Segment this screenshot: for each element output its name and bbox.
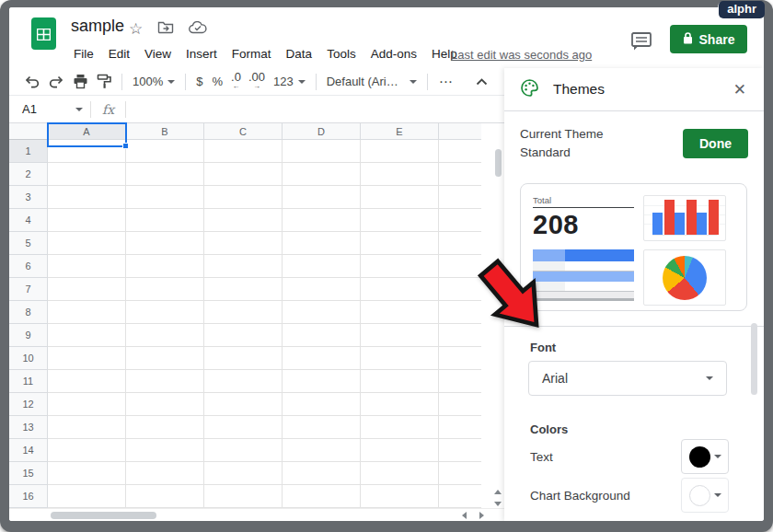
cell[interactable] (204, 140, 283, 163)
cell[interactable] (48, 439, 126, 462)
text-color-dropdown[interactable] (681, 439, 729, 474)
cell[interactable] (204, 232, 283, 255)
redo-icon[interactable] (44, 71, 68, 93)
column-header-a[interactable]: A (48, 123, 126, 140)
row-header-8[interactable]: 8 (9, 301, 48, 324)
row-header-11[interactable]: 11 (9, 370, 48, 393)
row-header-12[interactable]: 12 (9, 393, 48, 416)
vertical-scrollbar[interactable] (495, 149, 502, 177)
scroll-down-icon[interactable] (494, 502, 502, 506)
cell[interactable] (361, 370, 439, 393)
cell[interactable] (439, 347, 481, 370)
column-header-b[interactable]: B (126, 123, 204, 140)
cell[interactable] (126, 393, 204, 416)
font-family-select[interactable]: Default (Ari… (322, 75, 421, 88)
cell[interactable] (439, 393, 481, 416)
cloud-saved-icon[interactable] (189, 21, 207, 38)
more-toolbar-options-icon[interactable]: ⋯ (433, 74, 459, 90)
percent-format-button[interactable]: % (207, 75, 227, 88)
star-icon[interactable]: ☆ (129, 21, 143, 37)
cell[interactable] (126, 301, 204, 324)
cell[interactable] (204, 301, 283, 324)
cell[interactable] (283, 324, 361, 347)
cell[interactable] (439, 370, 481, 393)
cell[interactable] (126, 370, 204, 393)
cell[interactable] (283, 209, 361, 232)
collapse-toolbar-icon[interactable] (469, 71, 493, 93)
cell[interactable] (283, 278, 361, 301)
cell[interactable] (439, 485, 481, 508)
zoom-select[interactable]: 100% (128, 75, 179, 88)
cell[interactable] (439, 209, 481, 232)
cell[interactable] (283, 140, 361, 163)
cell[interactable] (204, 462, 283, 485)
close-icon[interactable]: ✕ (730, 78, 750, 101)
cell[interactable] (361, 485, 439, 508)
cell[interactable] (126, 209, 204, 232)
cell[interactable] (48, 324, 126, 347)
menu-view[interactable]: View (137, 44, 179, 64)
print-icon[interactable] (68, 71, 92, 93)
cell[interactable] (48, 209, 126, 232)
cell[interactable] (48, 232, 126, 255)
cell[interactable] (48, 370, 126, 393)
cell[interactable] (126, 232, 204, 255)
increase-decimal-button[interactable]: .00 → (245, 73, 269, 91)
done-button[interactable]: Done (683, 129, 748, 158)
cell[interactable] (204, 324, 283, 347)
horizontal-scrollbar[interactable] (51, 512, 156, 519)
cell[interactable] (48, 140, 126, 163)
move-to-folder-icon[interactable] (157, 20, 174, 38)
cell[interactable] (48, 416, 126, 439)
cell[interactable] (361, 278, 439, 301)
row-header-9[interactable]: 9 (9, 324, 48, 347)
row-header-13[interactable]: 13 (9, 416, 48, 439)
row-header-16[interactable]: 16 (9, 485, 48, 508)
cell[interactable] (48, 347, 126, 370)
menu-tools[interactable]: Tools (319, 44, 363, 64)
cell[interactable] (48, 462, 126, 485)
panel-scrollbar[interactable] (751, 323, 757, 395)
scroll-up-icon[interactable] (494, 490, 502, 494)
last-edit-link[interactable]: Last edit was seconds ago (451, 48, 592, 62)
cell[interactable] (48, 186, 126, 209)
cell[interactable] (439, 416, 481, 439)
column-header-e[interactable]: E (361, 123, 439, 140)
cell[interactable] (361, 209, 439, 232)
cell[interactable] (204, 163, 283, 186)
cell[interactable] (361, 439, 439, 462)
cell[interactable] (361, 301, 439, 324)
cell[interactable] (283, 163, 361, 186)
cell[interactable] (48, 255, 126, 278)
cell[interactable] (439, 232, 481, 255)
menu-file[interactable]: File (66, 44, 101, 64)
row-header-3[interactable]: 3 (9, 186, 48, 209)
document-title[interactable]: sample (71, 17, 124, 36)
cell[interactable] (439, 462, 481, 485)
cell[interactable] (204, 186, 283, 209)
scroll-left-icon[interactable] (462, 512, 467, 519)
cell[interactable] (126, 347, 204, 370)
cell[interactable] (126, 439, 204, 462)
cell[interactable] (361, 393, 439, 416)
share-button[interactable]: Share (670, 25, 747, 53)
cell[interactable] (126, 140, 204, 163)
cell[interactable] (204, 370, 283, 393)
row-header-4[interactable]: 4 (9, 209, 48, 232)
column-header-c[interactable]: C (204, 123, 283, 140)
cell[interactable] (439, 163, 481, 186)
menu-format[interactable]: Format (225, 44, 279, 64)
cell[interactable] (204, 255, 283, 278)
row-header-14[interactable]: 14 (9, 439, 48, 462)
name-box[interactable]: A1 (9, 102, 90, 116)
row-header-1[interactable]: 1 (9, 140, 48, 163)
cell[interactable] (361, 186, 439, 209)
menu-data[interactable]: Data (279, 44, 320, 64)
cell[interactable] (283, 416, 361, 439)
cell[interactable] (283, 370, 361, 393)
decrease-decimal-button[interactable]: .0 ← (227, 73, 245, 91)
row-header-2[interactable]: 2 (9, 163, 48, 186)
undo-icon[interactable] (20, 71, 44, 93)
cell[interactable] (126, 324, 204, 347)
cell[interactable] (126, 485, 204, 508)
